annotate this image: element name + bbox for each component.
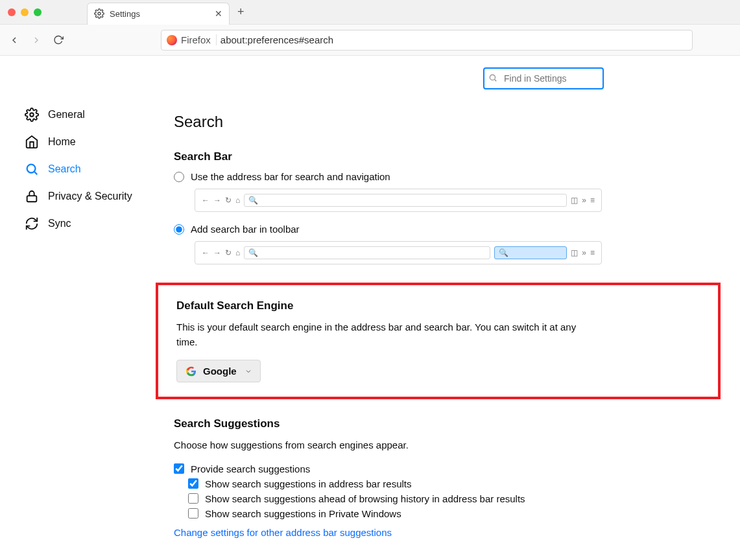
sync-icon bbox=[25, 216, 39, 231]
mock-toolbar-unified: ← → ↻ ⌂ 🔍 ◫ » ≡ bbox=[195, 189, 602, 212]
search-icon: 🔍 bbox=[248, 248, 258, 257]
svg-point-1 bbox=[30, 113, 34, 117]
reload-icon: ↻ bbox=[225, 196, 232, 205]
find-in-settings-input[interactable] bbox=[483, 67, 604, 89]
close-window-button[interactable] bbox=[8, 8, 16, 16]
checkbox-input[interactable] bbox=[188, 493, 198, 504]
maximize-window-button[interactable] bbox=[34, 8, 42, 16]
address-bar[interactable]: Firefox about:preferences#search bbox=[161, 30, 693, 51]
firefox-icon bbox=[167, 35, 177, 45]
google-icon bbox=[186, 366, 197, 377]
window-titlebar: Settings ✕ + bbox=[0, 0, 740, 25]
checkbox-label: Provide search suggestions bbox=[191, 463, 310, 474]
sidebar-item-label: Privacy & Security bbox=[48, 191, 132, 202]
search-icon: 🔍 bbox=[248, 196, 258, 205]
reload-button[interactable] bbox=[53, 35, 64, 45]
identity-firefox: Firefox bbox=[167, 34, 217, 45]
selected-engine-label: Google bbox=[203, 366, 237, 377]
checkbox-private-windows[interactable]: Show search suggestions in Private Windo… bbox=[188, 508, 615, 519]
section-heading: Search Suggestions bbox=[174, 417, 615, 430]
checkbox-input[interactable] bbox=[188, 508, 198, 519]
close-tab-icon[interactable]: ✕ bbox=[215, 8, 222, 19]
home-icon: ⌂ bbox=[235, 196, 240, 205]
sidebar-icon: ◫ bbox=[571, 196, 578, 205]
sidebar-item-sync[interactable]: Sync bbox=[25, 210, 149, 237]
radio-input[interactable] bbox=[174, 172, 184, 182]
browser-tab-settings[interactable]: Settings ✕ bbox=[87, 3, 230, 25]
link-change-address-bar-settings[interactable]: Change settings for other address bar su… bbox=[174, 527, 392, 538]
section-search-suggestions: Search Suggestions Choose how suggestion… bbox=[174, 417, 615, 538]
preferences-sidebar: General Home Search Privacy & Security S… bbox=[0, 56, 149, 560]
home-icon: ⌂ bbox=[235, 248, 240, 257]
radio-use-address-bar[interactable]: Use the address bar for search and navig… bbox=[174, 171, 615, 182]
section-description: Choose how suggestions from search engin… bbox=[174, 438, 589, 453]
svg-point-0 bbox=[98, 12, 101, 15]
tab-title: Settings bbox=[110, 9, 209, 19]
sidebar-item-label: Home bbox=[48, 136, 76, 148]
default-engine-select[interactable]: Google bbox=[176, 360, 261, 382]
find-in-settings bbox=[483, 67, 604, 89]
mock-address-bar: 🔍 bbox=[244, 246, 490, 259]
sidebar-icon: ◫ bbox=[571, 248, 578, 257]
url-text: about:preferences#search bbox=[221, 34, 333, 45]
section-description: This is your default search engine in th… bbox=[176, 320, 591, 349]
traffic-lights bbox=[8, 8, 42, 16]
mock-address-bar: 🔍 bbox=[244, 194, 567, 207]
mock-toolbar-separate: ← → ↻ ⌂ 🔍 🔍 ◫ » ≡ bbox=[195, 241, 602, 264]
search-icon bbox=[488, 73, 497, 82]
sidebar-item-label: General bbox=[48, 109, 85, 121]
sidebar-item-privacy[interactable]: Privacy & Security bbox=[25, 183, 149, 210]
sidebar-item-search[interactable]: Search bbox=[25, 156, 149, 183]
checkbox-provide-suggestions[interactable]: Provide search suggestions bbox=[174, 463, 615, 474]
section-default-search-engine-highlight: Default Search Engine This is your defau… bbox=[156, 283, 721, 399]
checkbox-label: Show search suggestions in Private Windo… bbox=[205, 508, 401, 519]
radio-label: Use the address bar for search and navig… bbox=[191, 171, 390, 182]
menu-icon: ≡ bbox=[590, 248, 595, 257]
mock-search-bar: 🔍 bbox=[494, 246, 567, 259]
radio-add-search-bar[interactable]: Add search bar in toolbar bbox=[174, 224, 615, 235]
page-title: Search bbox=[174, 113, 721, 131]
svg-rect-3 bbox=[27, 196, 37, 202]
identity-label: Firefox bbox=[181, 34, 211, 45]
checkbox-input[interactable] bbox=[188, 478, 198, 489]
checkbox-ahead-of-history[interactable]: Show search suggestions ahead of browsin… bbox=[188, 493, 615, 504]
search-icon: 🔍 bbox=[499, 248, 508, 257]
minimize-window-button[interactable] bbox=[21, 8, 29, 16]
overflow-icon: » bbox=[582, 248, 586, 257]
overflow-icon: » bbox=[582, 196, 586, 205]
svg-point-4 bbox=[490, 75, 495, 80]
section-search-bar: Search Bar Use the address bar for searc… bbox=[174, 150, 615, 264]
lock-icon bbox=[25, 189, 39, 204]
svg-point-2 bbox=[27, 165, 36, 173]
sidebar-item-general[interactable]: General bbox=[25, 101, 149, 128]
back-icon: ← bbox=[202, 248, 209, 257]
forward-icon: → bbox=[213, 248, 221, 257]
gear-icon bbox=[25, 108, 39, 122]
back-button[interactable] bbox=[9, 35, 19, 45]
gear-icon bbox=[94, 8, 104, 19]
sidebar-item-home[interactable]: Home bbox=[25, 128, 149, 156]
checkbox-input[interactable] bbox=[174, 463, 184, 474]
new-tab-button[interactable]: + bbox=[237, 5, 245, 19]
sidebar-item-label: Search bbox=[48, 163, 81, 175]
home-icon bbox=[25, 135, 39, 149]
reload-icon: ↻ bbox=[225, 248, 232, 257]
sidebar-item-label: Sync bbox=[48, 218, 71, 229]
radio-label: Add search bar in toolbar bbox=[191, 224, 300, 235]
search-icon bbox=[25, 162, 39, 176]
preferences-main: Search Search Bar Use the address bar fo… bbox=[149, 56, 740, 560]
forward-icon: → bbox=[213, 196, 221, 205]
nav-toolbar: Firefox about:preferences#search bbox=[0, 25, 740, 56]
forward-button[interactable] bbox=[31, 35, 42, 45]
checkbox-show-in-address-bar[interactable]: Show search suggestions in address bar r… bbox=[188, 478, 615, 489]
radio-input[interactable] bbox=[174, 224, 184, 235]
menu-icon: ≡ bbox=[590, 196, 595, 205]
checkbox-label: Show search suggestions ahead of browsin… bbox=[205, 493, 525, 504]
section-heading: Search Bar bbox=[174, 150, 615, 163]
chevron-down-icon bbox=[245, 368, 252, 375]
section-heading: Default Search Engine bbox=[176, 299, 704, 312]
checkbox-label: Show search suggestions in address bar r… bbox=[205, 478, 412, 489]
back-icon: ← bbox=[202, 196, 209, 205]
